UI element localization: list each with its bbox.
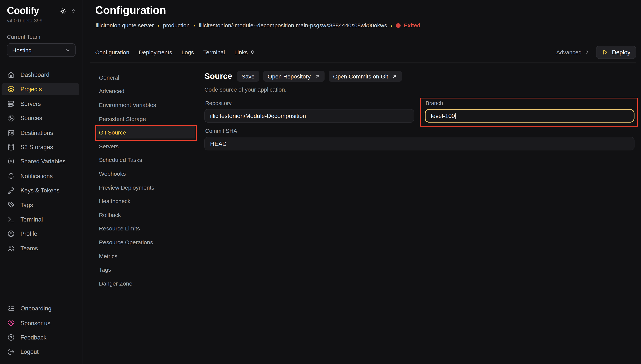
deploy-button[interactable]: Deploy [596,46,636,59]
commit-sha-input[interactable]: HEAD [204,137,634,150]
tab-links-label: Links [234,49,248,55]
user-circle-icon [7,230,15,238]
sidebar-item-dashboard[interactable]: Dashboard [0,68,83,82]
sidebar-item-sponsor-us[interactable]: Sponsor us [0,316,83,330]
current-team-label: Current Team [0,34,83,40]
app-logo: Coolify [7,5,39,16]
chevron-right-icon: › [391,22,393,28]
tab-logs[interactable]: Logs [182,49,194,55]
breadcrumb-environment[interactable]: production [163,22,190,28]
settings-item-git-source[interactable]: Git Source [95,126,204,139]
branch-input[interactable]: level-100 [425,109,634,122]
commit-sha-value: HEAD [210,140,227,147]
repository-input[interactable]: illicitestonion/Module-Decomposition [204,109,414,122]
sidebar-item-label: Dashboard [21,72,50,78]
sidebar-collapse-icon[interactable] [70,8,77,14]
sidebar-footer: Onboarding Sponsor us Feedback [0,301,83,359]
settings-nav: General Advanced Environment Variables P… [95,70,204,364]
sidebar-item-feedback[interactable]: Feedback [0,330,83,344]
text-cursor [455,112,456,119]
brand-row: Coolify [0,5,83,16]
database-icon [7,143,15,151]
open-repository-button[interactable]: Open Repository [263,71,324,82]
tab-terminal[interactable]: Terminal [203,49,225,55]
source-header: Source Save Open Repository Open Commits… [204,71,634,82]
branch-field: Branch level-100 [425,100,634,122]
source-description: Code source of your application. [204,86,634,93]
server-icon [7,100,15,108]
sidebar-item-servers[interactable]: Servers [0,96,83,111]
sidebar-item-sources[interactable]: Sources [0,111,83,126]
sidebar: Coolify v4.0.0-beta.399 Current Team Hos… [0,0,83,364]
breadcrumb-project[interactable]: illicitonion quote server [96,22,154,28]
sidebar-nav: Dashboard Projects Servers [0,68,83,256]
settings-item-resource-limits[interactable]: Resource Limits [95,222,204,236]
sidebar-item-label: Notifications [21,173,53,179]
settings-item-servers[interactable]: Servers [95,139,204,153]
tabs-row: Configuration Deployments Logs Terminal … [95,46,636,58]
settings-item-metrics[interactable]: Metrics [95,249,204,263]
settings-item-environment-variables[interactable]: Environment Variables [95,98,204,112]
help-circle-icon [7,334,15,342]
tabs-divider [90,62,636,63]
sidebar-item-label: S3 Storages [21,144,53,150]
sidebar-item-terminal[interactable]: Terminal [0,212,83,227]
sidebar-item-label: Sources [21,115,42,122]
sidebar-item-keys-tokens[interactable]: Keys & Tokens [0,183,83,198]
sidebar-item-s3-storages[interactable]: S3 Storages [0,140,83,154]
open-repository-label: Open Repository [268,73,311,80]
play-icon [602,49,608,55]
sidebar-item-tags[interactable]: Tags [0,198,83,212]
terminal-icon [7,215,15,224]
team-select[interactable]: Hosting [7,44,76,57]
settings-item-persistent-storage[interactable]: Persistent Storage [95,112,204,126]
branch-value: level-100 [431,112,455,119]
breadcrumb: illicitonion quote server › production ›… [96,22,420,28]
sidebar-item-label: Onboarding [21,305,52,312]
open-commits-button[interactable]: Open Commits on Git [329,71,402,82]
map-icon [7,128,15,137]
bell-icon [7,172,15,180]
main-panel: Configuration illicitonion quote server … [84,0,641,364]
sidebar-item-teams[interactable]: Teams [0,241,83,256]
sidebar-item-onboarding[interactable]: Onboarding [0,301,83,316]
advanced-label: Advanced [556,49,582,55]
sidebar-item-destinations[interactable]: Destinations [0,126,83,140]
settings-item-preview-deployments[interactable]: Preview Deployments [95,180,204,194]
layers-icon [7,85,15,93]
sidebar-item-notifications[interactable]: Notifications [0,169,83,183]
tab-deployments[interactable]: Deployments [139,49,172,55]
sidebar-item-shared-variables[interactable]: Shared Variables [0,154,83,169]
settings-item-webhooks[interactable]: Webhooks [95,167,204,180]
sidebar-item-label: Logout [21,348,39,355]
settings-item-resource-operations[interactable]: Resource Operations [95,236,204,249]
sidebar-item-profile[interactable]: Profile [0,227,83,241]
settings-item-danger-zone[interactable]: Danger Zone [95,276,204,290]
settings-item-advanced[interactable]: Advanced [95,84,204,98]
sidebar-item-projects[interactable]: Projects [0,82,83,96]
advanced-dropdown[interactable]: Advanced [556,49,589,55]
sidebar-item-logout[interactable]: Logout [0,344,83,359]
repository-field: Repository illicitestonion/Module-Decomp… [204,100,414,122]
settings-item-scheduled-tasks[interactable]: Scheduled Tasks [95,153,204,167]
chevron-right-icon: › [193,22,195,28]
save-button[interactable]: Save [237,71,259,82]
settings-item-rollback[interactable]: Rollback [95,208,204,222]
logout-icon [7,348,15,356]
status-dot-icon [396,23,401,28]
sidebar-item-label: Tags [21,202,33,208]
tab-configuration[interactable]: Configuration [95,49,129,55]
sidebar-item-label: Projects [21,86,42,92]
repository-value: illicitestonion/Module-Decomposition [210,112,306,119]
settings-item-tags[interactable]: Tags [95,263,204,276]
git-icon [7,114,15,122]
home-icon [7,71,15,79]
sidebar-item-label: Servers [21,100,41,107]
open-commits-label: Open Commits on Git [333,73,388,80]
tab-links[interactable]: Links [234,49,255,55]
theme-sun-icon[interactable] [59,8,67,15]
breadcrumb-resource[interactable]: illicitestonion/-module--decomposition:m… [199,22,387,28]
chevrons-up-down-icon [250,50,255,55]
settings-item-general[interactable]: General [95,71,204,84]
settings-item-healthcheck[interactable]: Healthcheck [95,194,204,208]
